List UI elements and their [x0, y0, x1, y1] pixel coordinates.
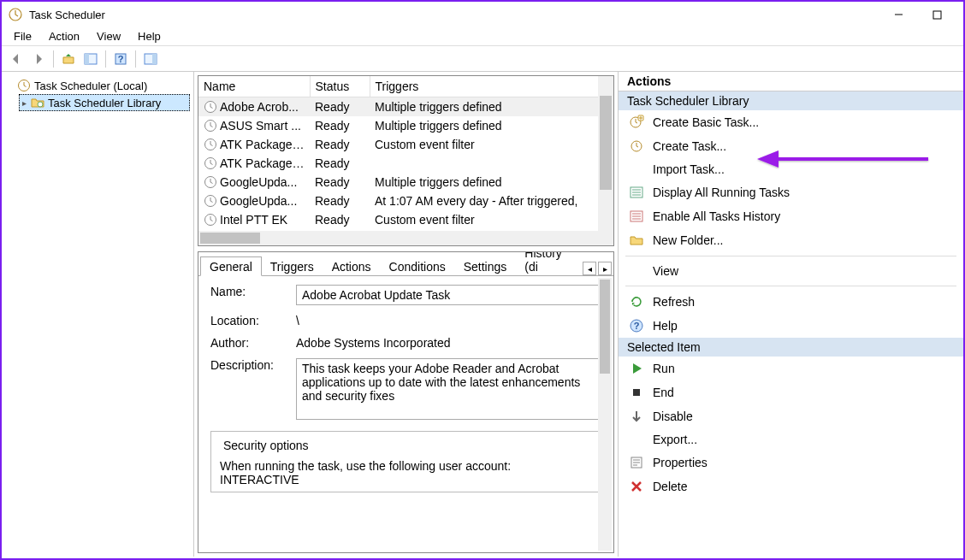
security-line1: When running the task, use the following… — [220, 459, 592, 473]
table-row[interactable]: ATK Package ...Ready — [198, 154, 613, 173]
tab-actions[interactable]: Actions — [323, 256, 381, 275]
table-row[interactable]: GoogleUpda...ReadyMultiple triggers defi… — [198, 173, 613, 192]
action-create-task[interactable]: Create Task... — [619, 134, 963, 158]
action-delete[interactable]: Delete — [619, 475, 963, 498]
show-actions-pane-button[interactable] — [141, 50, 160, 68]
tab-scroll-left[interactable]: ◂ — [583, 262, 596, 275]
task-status-cell: Ready — [310, 135, 370, 154]
action-import-task[interactable]: Import Task... — [619, 158, 963, 180]
security-line2: INTERACTIVE — [220, 473, 592, 486]
menu-action[interactable]: Action — [40, 29, 88, 44]
app-clock-icon — [9, 8, 22, 21]
task-status-cell: Ready — [310, 210, 370, 229]
action-disable[interactable]: Disable — [619, 404, 963, 428]
task-triggers-cell: Custom event filter — [370, 210, 613, 229]
svg-rect-7 — [152, 54, 157, 64]
details-vscroll[interactable] — [598, 278, 612, 551]
task-name-cell: Intel PTT EK — [220, 213, 287, 227]
action-label: Display All Running Tasks — [653, 186, 790, 199]
clock-icon — [204, 138, 220, 151]
up-button[interactable] — [59, 50, 78, 68]
action-properties[interactable]: Properties — [619, 451, 963, 475]
table-row[interactable]: ASUS Smart ...ReadyMultiple triggers def… — [198, 116, 613, 135]
action-help[interactable]: ?Help — [619, 314, 963, 338]
action-create-basic-task[interactable]: Create Basic Task... — [619, 110, 963, 134]
props-icon — [629, 455, 644, 470]
tree-library[interactable]: ▸ Task Scheduler Library — [19, 94, 190, 111]
clock-icon — [204, 213, 220, 227]
task-list-vscroll[interactable] — [598, 76, 613, 245]
help-button[interactable]: ? — [111, 50, 130, 68]
task-triggers-cell — [370, 154, 613, 173]
tab-settings[interactable]: Settings — [454, 256, 517, 275]
tab-scroll-right[interactable]: ▸ — [598, 262, 612, 275]
action-label: Create Task... — [653, 139, 726, 153]
task-triggers-cell: At 1:07 AM every day - After triggered, — [370, 192, 613, 210]
minimize-button[interactable] — [879, 3, 918, 27]
actions-group-library: Task Scheduler Library — [619, 91, 963, 110]
action-label: Refresh — [653, 295, 695, 309]
clock-icon — [17, 79, 31, 92]
show-hide-tree-button[interactable] — [81, 50, 100, 68]
toolbar: ? — [2, 46, 963, 72]
clock-icon — [204, 194, 220, 208]
table-row[interactable]: ATK Package ...ReadyCustom event filter — [198, 135, 613, 154]
task-list-hscroll[interactable] — [198, 231, 598, 245]
action-view[interactable]: View — [619, 260, 963, 282]
task-status-cell: Ready — [310, 192, 370, 210]
col-triggers[interactable]: Triggers — [370, 76, 613, 97]
toolbar-separator — [135, 50, 136, 68]
menubar: File Action View Help — [2, 27, 963, 46]
tab-triggers[interactable]: Triggers — [261, 256, 323, 275]
clock-icon — [204, 100, 220, 114]
table-row[interactable]: Adobe Acrob...ReadyMultiple triggers def… — [198, 97, 613, 117]
expand-collapse-icon[interactable]: ▸ — [19, 98, 29, 108]
action-display-running[interactable]: Display All Running Tasks — [619, 180, 963, 204]
tab-general[interactable]: General — [200, 256, 262, 276]
tree-root-label: Task Scheduler (Local) — [34, 80, 147, 92]
menu-help[interactable]: Help — [129, 29, 169, 44]
menu-view[interactable]: View — [88, 29, 129, 44]
action-export[interactable]: Export... — [619, 428, 963, 451]
menu-file[interactable]: File — [5, 29, 40, 44]
tree-root[interactable]: Task Scheduler (Local) — [5, 77, 190, 94]
actions-pane: Actions Task Scheduler Library Create Ba… — [618, 72, 963, 557]
col-name[interactable]: Name — [198, 76, 310, 97]
titlebar: Task Scheduler — [2, 2, 963, 27]
action-enable-history[interactable]: Enable All Tasks History — [619, 204, 963, 228]
actions-group-selected: Selected Item — [619, 338, 963, 357]
action-new-folder[interactable]: New Folder... — [619, 228, 963, 252]
separator — [625, 286, 956, 286]
col-status[interactable]: Status — [310, 76, 370, 97]
maximize-button[interactable] — [918, 3, 956, 27]
task-status-cell: Ready — [310, 173, 370, 192]
task-name-cell: ATK Package ... — [220, 156, 305, 170]
toolbar-separator — [53, 50, 54, 68]
task-name-cell: ATK Package ... — [220, 138, 305, 151]
back-button[interactable] — [7, 50, 26, 68]
task-triggers-cell: Multiple triggers defined — [370, 116, 613, 135]
table-row[interactable]: Intel PTT EKReadyCustom event filter — [198, 210, 613, 229]
action-label: Disable — [653, 410, 693, 423]
forward-button[interactable] — [29, 50, 48, 68]
action-label: View — [653, 264, 678, 278]
task-author-value: Adobe Systems Incorporated — [296, 336, 601, 350]
task-name-cell: GoogleUpda... — [220, 194, 297, 208]
tab-conditions[interactable]: Conditions — [380, 256, 455, 275]
task-triggers-cell: Custom event filter — [370, 135, 613, 154]
action-run[interactable]: Run — [619, 357, 963, 380]
action-label: Create Basic Task... — [653, 115, 759, 129]
table-row[interactable]: GoogleUpda...ReadyAt 1:07 AM every day -… — [198, 192, 613, 210]
action-label: Import Task... — [653, 162, 725, 176]
svg-point-9 — [38, 102, 43, 107]
tree-library-label: Task Scheduler Library — [48, 97, 161, 109]
clock-icon — [204, 175, 220, 189]
action-refresh[interactable]: Refresh — [619, 290, 963, 314]
task-name-field[interactable] — [296, 285, 601, 305]
tab-history[interactable]: History (di — [515, 251, 582, 275]
task-description-field[interactable] — [296, 358, 601, 420]
help-icon: ? — [629, 318, 644, 333]
action-end[interactable]: End — [619, 380, 963, 404]
action-label: New Folder... — [653, 233, 723, 247]
svg-text:?: ? — [634, 321, 640, 331]
